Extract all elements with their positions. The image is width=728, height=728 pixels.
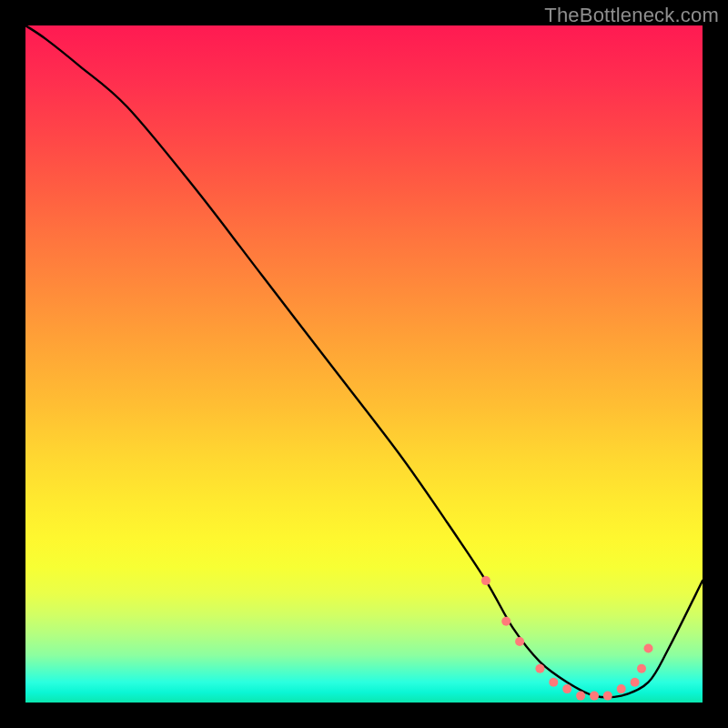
marker-point	[481, 576, 490, 585]
marker-point	[631, 678, 640, 687]
watermark: TheBottleneck.com	[544, 4, 719, 27]
chart-svg	[25, 25, 703, 703]
marker-point	[603, 692, 612, 701]
marker-point	[576, 692, 585, 701]
marker-point	[644, 644, 653, 653]
marker-point	[590, 692, 599, 701]
marker-point	[549, 678, 558, 687]
marker-point	[637, 664, 646, 673]
marker-point	[562, 684, 571, 693]
marker-point	[515, 637, 524, 646]
bottleneck-curve	[25, 25, 703, 697]
marker-point	[617, 684, 626, 693]
marker-point	[501, 617, 511, 626]
chart-container: TheBottleneck.com	[0, 0, 728, 728]
marker-point	[535, 664, 544, 673]
